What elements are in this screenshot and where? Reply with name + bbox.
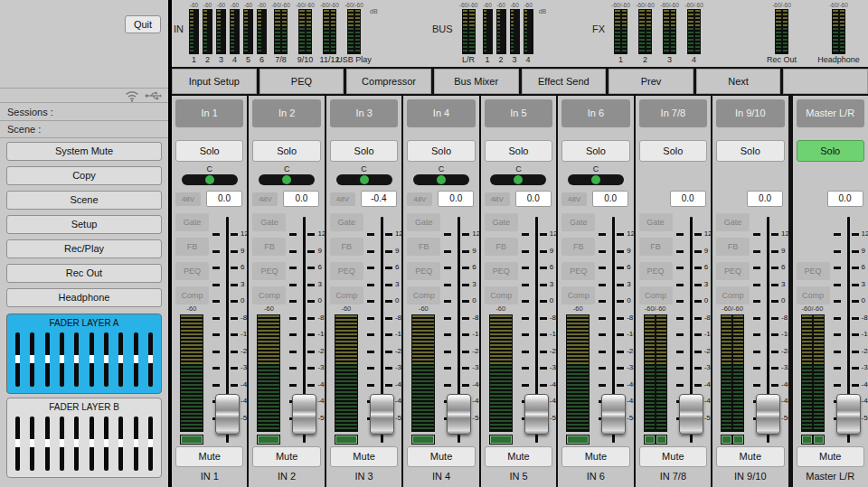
gain-value-field[interactable]: 0.0 <box>206 191 242 207</box>
pan-knob[interactable] <box>591 175 600 184</box>
pan-slider[interactable] <box>490 174 546 185</box>
mute-button[interactable]: Mute <box>407 446 475 467</box>
gain-value-field[interactable]: 0.0 <box>747 191 783 207</box>
solo-button[interactable]: Solo <box>797 140 864 162</box>
gain-value-field[interactable]: 0.0 <box>283 191 319 207</box>
tab[interactable]: Compressor <box>346 69 431 94</box>
channel-header[interactable]: In 1 <box>175 99 243 127</box>
mute-button[interactable]: Mute <box>716 446 784 467</box>
mute-button[interactable]: Mute <box>330 446 398 467</box>
meter-group: -60/-60 Rec Out <box>766 1 797 65</box>
solo-button[interactable]: Solo <box>485 140 552 162</box>
mute-button[interactable]: Mute <box>485 446 552 467</box>
channel-name: IN 9/10 <box>712 471 788 482</box>
channel-header[interactable]: In 6 <box>561 99 629 127</box>
sidebar-button[interactable]: Rec Out <box>6 264 162 283</box>
mute-button[interactable]: Mute <box>175 446 243 467</box>
mute-button[interactable]: Mute <box>252 446 320 467</box>
solo-button[interactable]: Solo <box>175 140 243 162</box>
pan-slider[interactable] <box>336 174 392 185</box>
sidebar-button[interactable]: Copy <box>6 166 162 185</box>
fader-knob[interactable] <box>756 394 780 435</box>
meter-group: BUS -60/-60 L/R -60 1 <box>432 1 546 65</box>
fader-knob[interactable] <box>215 394 240 435</box>
sessions-label: Sessions : <box>7 107 53 117</box>
sidebar: Quit <box>0 0 168 487</box>
mute-button[interactable]: Mute <box>797 446 864 467</box>
fader-scale-tick: -24 <box>793 351 868 353</box>
meter-group: FX -60/-60 1 -60/-60 2 <box>592 1 710 65</box>
fader-knob[interactable] <box>292 394 316 435</box>
sidebar-button[interactable]: Headphone <box>6 288 162 307</box>
bridge-meter: -60 5 <box>241 1 255 65</box>
solo-button[interactable]: Solo <box>561 140 629 162</box>
pan-knob[interactable] <box>282 175 291 184</box>
gain-value-field[interactable]: 0.0 <box>592 191 628 207</box>
gain-value-field[interactable]: -0.4 <box>361 191 397 207</box>
fader-knob[interactable] <box>370 394 394 435</box>
tab[interactable]: Prev <box>609 69 693 94</box>
mute-button[interactable]: Mute <box>639 446 707 467</box>
phantom-48v-button[interactable]: 48V <box>252 192 278 206</box>
sidebar-button[interactable]: System Mute <box>6 142 162 161</box>
fader-knob[interactable] <box>836 394 861 435</box>
solo-button[interactable]: Solo <box>639 140 707 162</box>
tab[interactable] <box>783 69 868 94</box>
phantom-48v-button[interactable]: 48V <box>485 192 510 206</box>
meter-label: 4 <box>232 54 237 65</box>
channel-header[interactable]: In 5 <box>485 99 552 127</box>
pan-knob[interactable] <box>360 175 369 184</box>
sidebar-button[interactable]: Rec/Play <box>6 239 162 258</box>
meter-label: 1 <box>618 54 623 65</box>
pan-slider[interactable] <box>182 174 238 185</box>
sidebar-button[interactable]: Setup <box>6 215 162 234</box>
pan-control: C <box>326 164 401 188</box>
sidebar-button[interactable]: Scene <box>6 191 162 210</box>
fader-knob[interactable] <box>447 394 471 435</box>
pan-knob[interactable] <box>437 175 446 184</box>
fader-knob[interactable] <box>601 394 626 435</box>
gain-value-field[interactable]: 0.0 <box>438 191 474 207</box>
solo-button[interactable]: Solo <box>716 140 784 162</box>
pan-slider[interactable] <box>259 174 315 185</box>
solo-button[interactable]: Solo <box>407 140 475 162</box>
meter-label: 9/10 <box>297 54 314 65</box>
fader-knob[interactable] <box>679 394 703 435</box>
fader-layer-panel[interactable]: FADER LAYER B <box>6 398 162 478</box>
phantom-48v-button[interactable]: 48V <box>407 192 432 206</box>
level-meter <box>257 9 267 54</box>
solo-button[interactable]: Solo <box>330 140 398 162</box>
channel-header[interactable]: In 9/10 <box>716 99 784 127</box>
tab[interactable]: PEQ <box>259 69 344 94</box>
tab[interactable]: Bus Mixer <box>434 69 519 94</box>
quit-button[interactable]: Quit <box>125 15 161 33</box>
gain-value-field[interactable]: 0.0 <box>515 191 552 207</box>
channel-header[interactable]: In 2 <box>252 99 320 127</box>
gain-value-field[interactable]: 0.0 <box>670 191 706 207</box>
phantom-48v-button[interactable]: 48V <box>330 192 355 206</box>
tab[interactable]: Input Setup <box>172 69 257 94</box>
tab[interactable]: Effect Send <box>522 69 607 94</box>
channel-header[interactable]: Master L/R <box>797 99 864 127</box>
pan-knob[interactable] <box>205 175 214 184</box>
fader-scale-tick: 0 <box>172 300 247 303</box>
channel-header[interactable]: In 3 <box>330 99 398 127</box>
channel-header[interactable]: In 4 <box>407 99 475 127</box>
phantom-48v-button[interactable]: 48V <box>561 192 587 206</box>
pan-slider[interactable] <box>568 174 624 185</box>
gain-value-field[interactable]: 0.0 <box>827 191 863 207</box>
tab[interactable]: Next <box>696 69 781 94</box>
fader-knob[interactable] <box>524 394 549 435</box>
solo-button[interactable]: Solo <box>252 140 320 162</box>
pan-knob[interactable] <box>514 175 523 184</box>
phantom-48v-button[interactable]: 48V <box>175 192 201 206</box>
level-meter <box>663 9 676 54</box>
channel-name: Master L/R <box>793 471 868 482</box>
bridge-meter: -60/-60 2 <box>633 1 657 65</box>
fader-scale-tick: -24 <box>403 351 478 353</box>
pan-slider[interactable] <box>413 174 469 185</box>
mute-button[interactable]: Mute <box>561 446 629 467</box>
fader-layer-panel[interactable]: FADER LAYER A <box>6 314 162 394</box>
channel-header[interactable]: In 7/8 <box>639 99 707 127</box>
level-meter <box>216 9 226 54</box>
